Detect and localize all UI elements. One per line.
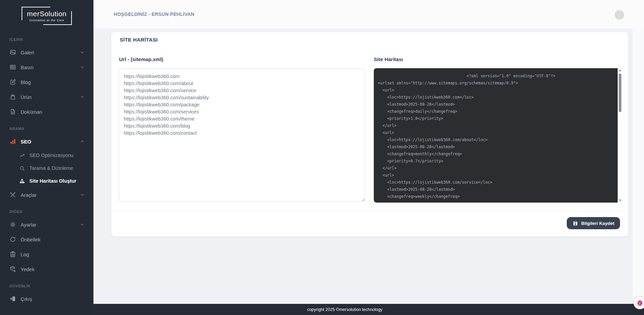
- search-icon: [19, 165, 25, 171]
- page-scrollbar-gutter[interactable]: [633, 28, 644, 304]
- welcome-text: HOŞGELDİNİZ - ERSUN PEHLİVAN: [114, 11, 194, 17]
- sidebar-item-onbellek[interactable]: Önbellek: [0, 232, 93, 247]
- sidebar-item-label: SEO: [21, 139, 31, 145]
- card-footer-divider: [111, 211, 628, 211]
- scrollbar-down-arrow[interactable]: [619, 200, 621, 201]
- chevron-up-icon: [80, 139, 85, 144]
- save-floppy-icon: [572, 220, 578, 226]
- sidebar-item-urun[interactable]: Ürün: [0, 89, 93, 104]
- sidebar-item-basin[interactable]: Basın: [0, 60, 93, 75]
- seo-bars-icon: [9, 138, 16, 145]
- edit-icon: [9, 79, 16, 85]
- assistant-fab[interactable]: [634, 297, 644, 309]
- logout-icon: [9, 295, 16, 302]
- refresh-icon: [9, 236, 16, 243]
- tools-icon: [9, 191, 16, 198]
- sitemap-xml-code: <?xml version="1.0" encoding="UTF-8"?> <…: [374, 68, 622, 203]
- sidebar-section-diger: DİĞER: [9, 210, 84, 214]
- sitemap-icon: [19, 178, 25, 184]
- sitemap-output-label: Site Haritası: [374, 56, 403, 62]
- chevron-down-icon: [80, 65, 85, 70]
- backup-icon: [9, 266, 16, 272]
- sidebar-item-label: SEO Optimizasyonu: [29, 153, 74, 158]
- scrollbar-up-arrow[interactable]: [619, 70, 621, 71]
- sidebar-item-label: Basın: [21, 64, 33, 70]
- sidebar-item-label: Tarama & Dizinleme: [29, 165, 73, 171]
- sidebar-item-label: Ürün: [21, 94, 32, 100]
- chevron-down-icon: [80, 95, 85, 99]
- chevron-down-icon: [80, 222, 85, 227]
- sidebar-item-galeri[interactable]: Galeri: [0, 45, 93, 60]
- sidebar-item-label: Site Haritası Oluştur: [29, 178, 76, 184]
- sidebar-section-guvenlik: GÜVENLİK: [9, 284, 84, 288]
- sitemap-xml-panel: <?xml version="1.0" encoding="UTF-8"?> <…: [374, 68, 622, 203]
- sidebar-item-label: Ayarlar: [21, 222, 36, 228]
- scrollbar-thumb[interactable]: [619, 74, 621, 112]
- sidebar-item-label: Blog: [21, 79, 31, 85]
- sidebar-item-cikis[interactable]: Çıkış: [0, 291, 93, 306]
- save-button[interactable]: Bilgileri Kaydet: [567, 217, 620, 229]
- news-icon: [9, 64, 16, 71]
- sidebar: merSolution Innovation at the Core İÇERİ…: [0, 0, 93, 315]
- card-title: SİTE HARİTASI: [120, 37, 158, 43]
- bag-icon: [9, 94, 16, 100]
- sidebar-item-ayarlar[interactable]: Ayarlar: [0, 217, 93, 232]
- gallery-icon: [9, 49, 16, 56]
- brain-icon: [636, 299, 644, 307]
- sidebar-item-site-haritasi-olustur[interactable]: Site Haritası Oluştur: [0, 175, 93, 187]
- sidebar-item-label: Log: [21, 252, 29, 257]
- gear-icon: [9, 221, 16, 228]
- brand-name: merSolution: [27, 10, 67, 18]
- code-scrollbar[interactable]: [618, 68, 622, 203]
- footer: copyright 2025 ©mersolution technology: [0, 304, 644, 315]
- page: merSolution Innovation at the Core İÇERİ…: [0, 0, 644, 315]
- line-chart-icon: [19, 153, 25, 158]
- sidebar-item-dokuman[interactable]: Doküman: [0, 104, 93, 119]
- sidebar-item-label: Çıkış: [21, 296, 32, 302]
- chevron-down-icon: [80, 50, 85, 55]
- sitemap-card: SİTE HARİTASI Url - (sitemap.xml) https:…: [111, 32, 628, 236]
- avatar[interactable]: [615, 10, 624, 20]
- sidebar-item-tarama-dizinleme[interactable]: Tarama & Dizinleme: [0, 162, 93, 175]
- sidebar-item-seo-optimizasyonu[interactable]: SEO Optimizasyonu: [0, 149, 93, 162]
- save-button-label: Bilgileri Kaydet: [581, 221, 614, 226]
- log-icon: [9, 251, 16, 258]
- brand-tagline: Innovation at the Core: [27, 19, 67, 22]
- sidebar-item-label: Yedek: [21, 266, 34, 272]
- sidebar-item-label: Önbellek: [21, 237, 40, 242]
- document-icon: [9, 108, 16, 115]
- top-header: HOŞGELDİNİZ - ERSUN PEHLİVAN: [93, 0, 644, 28]
- sidebar-section-arama: ARAMA: [9, 127, 84, 131]
- sidebar-item-yedek[interactable]: Yedek: [0, 262, 93, 277]
- sidebar-item-label: Araçlar: [21, 192, 37, 198]
- footer-copyright: copyright 2025 ©mersolution technology: [307, 307, 382, 312]
- sidebar-item-label: Galeri: [21, 50, 34, 55]
- url-field-label: Url - (sitemap.xml): [119, 56, 163, 62]
- sidebar-item-blog[interactable]: Blog: [0, 75, 93, 89]
- brand-logo-frame: merSolution Innovation at the Core: [22, 7, 72, 26]
- sitemap-url-textarea[interactable]: https://lojistikweb360.com https://lojis…: [119, 69, 365, 202]
- brand-logo[interactable]: merSolution Innovation at the Core: [0, 0, 93, 32]
- sidebar-item-log[interactable]: Log: [0, 247, 93, 262]
- sidebar-item-seo[interactable]: SEO: [0, 134, 93, 149]
- sidebar-item-label: Doküman: [21, 109, 42, 115]
- sidebar-item-araclar[interactable]: Araçlar: [0, 187, 93, 202]
- chevron-down-icon: [80, 192, 85, 197]
- sidebar-section-icerik: İÇERİK: [9, 37, 84, 42]
